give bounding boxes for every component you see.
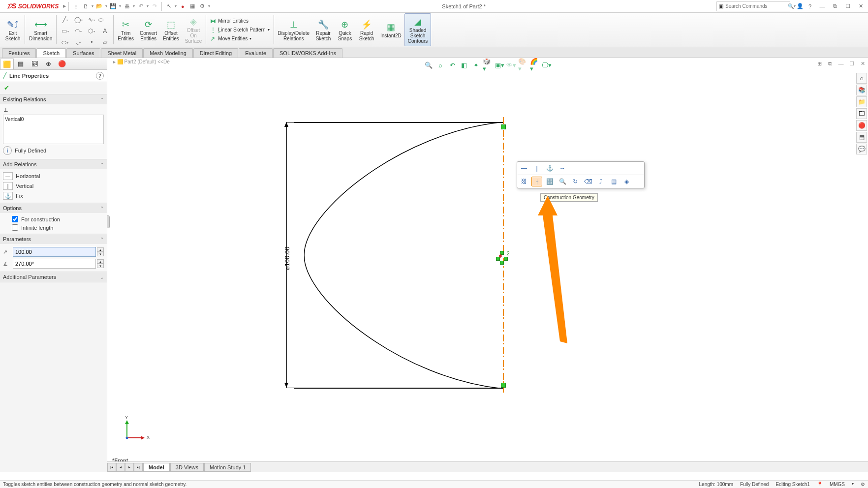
angle-input[interactable]: [13, 259, 96, 269]
display-style-icon[interactable]: ▣▾: [495, 60, 504, 70]
undo-icon[interactable]: ↶: [136, 1, 146, 11]
save-icon[interactable]: 💾: [108, 1, 118, 11]
point-tool[interactable]: •: [85, 37, 98, 48]
shaded-contours-button[interactable]: ◢Shaded Sketch Contours: [404, 13, 432, 46]
endpoint-handle-bottom[interactable]: [501, 383, 506, 388]
bottom-tab-3dviews[interactable]: 3D Views: [170, 463, 204, 472]
panel-tab-config[interactable]: 🗟: [28, 59, 41, 69]
polygon-tool[interactable]: ⬡▾: [85, 26, 98, 36]
canvas-minimize[interactable]: —: [837, 60, 844, 67]
infinite-length-checkbox[interactable]: [12, 224, 18, 231]
settings-dropdown[interactable]: ▾: [207, 4, 211, 8]
tab-sheetmetal[interactable]: Sheet Metal: [101, 48, 143, 58]
tab-directediting[interactable]: Direct Editing: [193, 48, 238, 58]
exit-sketch-button[interactable]: ✎⤴Exit Sketch: [2, 13, 24, 46]
ctx-isolate[interactable]: ◈: [621, 177, 632, 186]
slot-tool[interactable]: ⬭▾: [59, 37, 71, 48]
status-macro-icon[interactable]: ⚙: [861, 482, 865, 487]
graphics-area[interactable]: ▸ 🟨 Part2 (Default) <<De 🔍 ⌕ ↶ ◧ ✦ 🎲▾ ▣▾…: [107, 58, 868, 472]
mirror-entities-button[interactable]: ⧓Mirror Entities: [210, 17, 269, 26]
print-dropdown[interactable]: ▾: [132, 4, 136, 8]
angle-spin-down[interactable]: ▼: [97, 264, 104, 268]
maximize-button[interactable]: ☐: [843, 2, 852, 11]
tab-nav-prev[interactable]: ◂: [116, 463, 125, 472]
instant2d-button[interactable]: ▦Instant2D: [377, 13, 404, 46]
add-vertical-button[interactable]: |Vertical: [3, 181, 104, 191]
section-view-icon[interactable]: ◧: [459, 60, 469, 70]
search-input[interactable]: [725, 3, 788, 9]
taskpane-design-library[interactable]: 📚: [856, 85, 867, 95]
restore-button[interactable]: ⧉: [831, 2, 839, 11]
convert-entities-button[interactable]: ⟳Convert Entities: [137, 13, 160, 46]
ctx-select-chain[interactable]: ⛓: [519, 177, 529, 186]
canvas-new-window[interactable]: ⊞: [816, 60, 823, 67]
length-spin-down[interactable]: ▼: [97, 252, 104, 256]
tab-features[interactable]: Features: [2, 48, 36, 58]
quick-snaps-button[interactable]: ⊕Quick Snaps: [334, 13, 356, 46]
tab-surfaces[interactable]: Surfaces: [66, 48, 100, 58]
section-add-relations[interactable]: Add Relations⌃: [0, 159, 107, 169]
logo-dropdown[interactable]: ▶: [62, 4, 66, 8]
panel-tab-props[interactable]: ▤: [14, 59, 28, 69]
ctx-sketch-numeric[interactable]: 🔢: [544, 177, 555, 186]
close-button[interactable]: ✕: [856, 2, 865, 11]
open-dropdown[interactable]: ▾: [104, 4, 108, 8]
spline-tool[interactable]: ∿▾: [85, 14, 98, 25]
ok-button[interactable]: ✔: [4, 84, 12, 92]
tab-nav-next[interactable]: ▸: [125, 463, 134, 472]
select-icon[interactable]: ↖: [164, 1, 174, 11]
status-cursor-icon[interactable]: 📍: [817, 482, 823, 487]
view-triad[interactable]: [122, 418, 147, 443]
section-parameters[interactable]: Parameters⌃: [0, 234, 107, 244]
taskpane-custom-props[interactable]: ▤: [856, 132, 867, 143]
taskpane-forum[interactable]: 💬: [856, 144, 867, 154]
plane-tool[interactable]: ▱: [98, 37, 111, 48]
status-units[interactable]: MMGS: [830, 482, 845, 487]
sketch-origin[interactable]: ◆ 2: [496, 251, 511, 266]
section-options[interactable]: Options⌃: [0, 203, 107, 213]
select-dropdown[interactable]: ▾: [174, 4, 178, 8]
display-delete-relations-button[interactable]: ⊥Display/Delete Relations: [275, 13, 312, 46]
feature-tree-stub[interactable]: ▸ 🟨 Part2 (Default) <<De: [112, 58, 171, 65]
user-icon[interactable]: 👤: [795, 1, 805, 11]
line-tool[interactable]: ╱▾: [59, 14, 71, 25]
move-entities-button[interactable]: ↗Move Entities ▾: [210, 34, 269, 43]
ctx-properties[interactable]: ▤: [608, 177, 619, 186]
ctx-construction-geometry[interactable]: ⟊: [531, 177, 542, 186]
taskpane-resources[interactable]: ⌂: [856, 73, 867, 84]
offset-entities-button[interactable]: ⬚Offset Entities: [160, 13, 182, 46]
new-icon[interactable]: 🗋: [81, 1, 91, 11]
home-icon[interactable]: ⌂: [71, 1, 81, 11]
ellipse-tool[interactable]: ⬭: [98, 14, 111, 25]
tab-nav-last[interactable]: ▸|: [134, 463, 143, 472]
apply-scene-icon[interactable]: 🌈▾: [530, 60, 540, 70]
ctx-vertical-relation[interactable]: |: [531, 163, 542, 173]
arc-tool[interactable]: ◠▾: [72, 26, 85, 36]
trim-entities-button[interactable]: ✂Trim Entities: [115, 13, 137, 46]
settings-icon[interactable]: ⚙: [197, 1, 207, 11]
section-existing-relations[interactable]: Existing Relations⌃: [0, 94, 107, 104]
search-icon[interactable]: 🔍: [788, 3, 794, 9]
length-input[interactable]: [13, 247, 96, 257]
tab-addins[interactable]: SOLIDWORKS Add-Ins: [273, 48, 342, 58]
taskpane-appearances[interactable]: 🔴: [856, 120, 867, 131]
prev-view-icon[interactable]: ↶: [447, 60, 457, 70]
panel-tab-appearance[interactable]: 🔴: [55, 59, 69, 69]
canvas-maximize[interactable]: ☐: [848, 60, 855, 67]
linear-pattern-button[interactable]: ⋮⋮Linear Sketch Pattern ▾: [210, 26, 269, 34]
section-additional-parameters[interactable]: Additional Parameters⌄: [0, 272, 107, 282]
smart-dimension-button[interactable]: ⟷Smart Dimension: [26, 13, 55, 46]
ctx-exit-sketch[interactable]: ⤴: [595, 177, 606, 186]
print-icon[interactable]: 🖶: [122, 1, 132, 11]
taskpane-view-palette[interactable]: 🗔: [856, 108, 867, 119]
new-dropdown[interactable]: ▾: [91, 4, 94, 8]
undo-dropdown[interactable]: ▾: [146, 4, 150, 8]
bottom-tab-model[interactable]: Model: [143, 463, 170, 472]
minimize-button[interactable]: —: [818, 2, 827, 11]
search-commands[interactable]: ▣ 🔍▾: [716, 1, 790, 11]
length-spin-up[interactable]: ▲: [97, 247, 104, 252]
zoom-area-icon[interactable]: ⌕: [435, 60, 445, 70]
dimension-text[interactable]: ⌀100.00: [283, 247, 291, 271]
bottom-tab-motion[interactable]: Motion Study 1: [204, 463, 251, 472]
text-tool[interactable]: A: [98, 26, 111, 36]
